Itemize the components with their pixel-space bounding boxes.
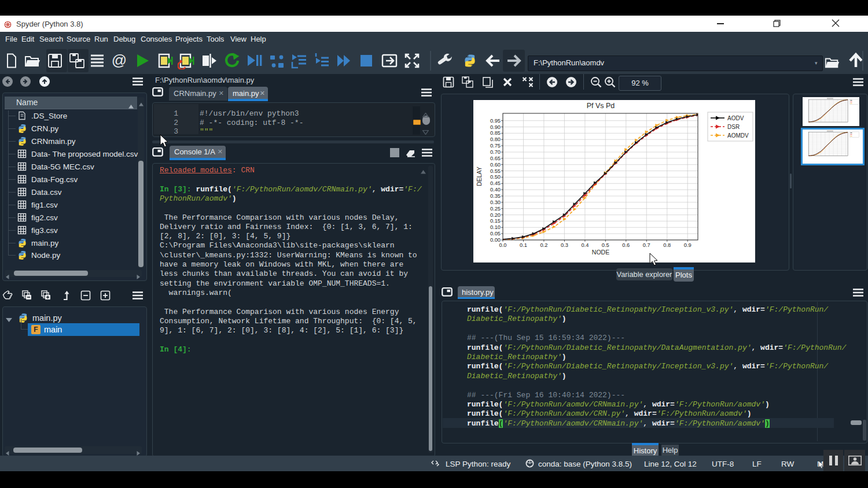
svg-text:0.6: 0.6: [622, 242, 630, 248]
svg-text:0.40: 0.40: [490, 187, 501, 193]
svg-text:0.8: 0.8: [663, 242, 671, 248]
svg-text:0.05: 0.05: [490, 231, 501, 236]
svg-text:0.0: 0.0: [499, 242, 507, 248]
svg-text:0.75: 0.75: [490, 143, 501, 149]
svg-text:0.45: 0.45: [490, 180, 501, 186]
svg-text:DSR: DSR: [727, 124, 740, 130]
svg-text:NODE: NODE: [592, 249, 609, 256]
svg-text:AODV: AODV: [727, 115, 744, 121]
svg-text:0.35: 0.35: [490, 193, 501, 199]
svg-text:Pf Vs Pd: Pf Vs Pd: [587, 102, 615, 110]
svg-text:0.30: 0.30: [490, 199, 501, 205]
svg-text:0.25: 0.25: [490, 206, 501, 212]
svg-text:AOMDV: AOMDV: [727, 132, 749, 139]
svg-text:@: @: [112, 52, 127, 69]
svg-text:0.20: 0.20: [490, 212, 501, 218]
svg-text:0.5: 0.5: [602, 242, 609, 248]
svg-text:0.90: 0.90: [490, 124, 501, 130]
svg-text:0.2: 0.2: [540, 242, 547, 248]
svg-text:0.55: 0.55: [490, 168, 501, 174]
svg-text:0.65: 0.65: [490, 156, 501, 161]
svg-text:0.50: 0.50: [490, 174, 501, 180]
svg-text:0.4: 0.4: [581, 242, 589, 248]
svg-text:0.15: 0.15: [490, 218, 501, 224]
svg-text:0.9: 0.9: [684, 242, 692, 248]
svg-text:0.1: 0.1: [520, 242, 527, 248]
svg-text:0.70: 0.70: [490, 149, 501, 155]
svg-text:0.85: 0.85: [490, 130, 501, 136]
svg-text:0.60: 0.60: [490, 162, 501, 168]
svg-text:0.10: 0.10: [490, 224, 501, 230]
svg-text:0.7: 0.7: [643, 242, 650, 248]
svg-text:DELAY: DELAY: [476, 167, 483, 186]
svg-text:0.3: 0.3: [561, 242, 568, 248]
svg-text:0.80: 0.80: [490, 136, 501, 142]
svg-text:0.95: 0.95: [490, 118, 501, 124]
